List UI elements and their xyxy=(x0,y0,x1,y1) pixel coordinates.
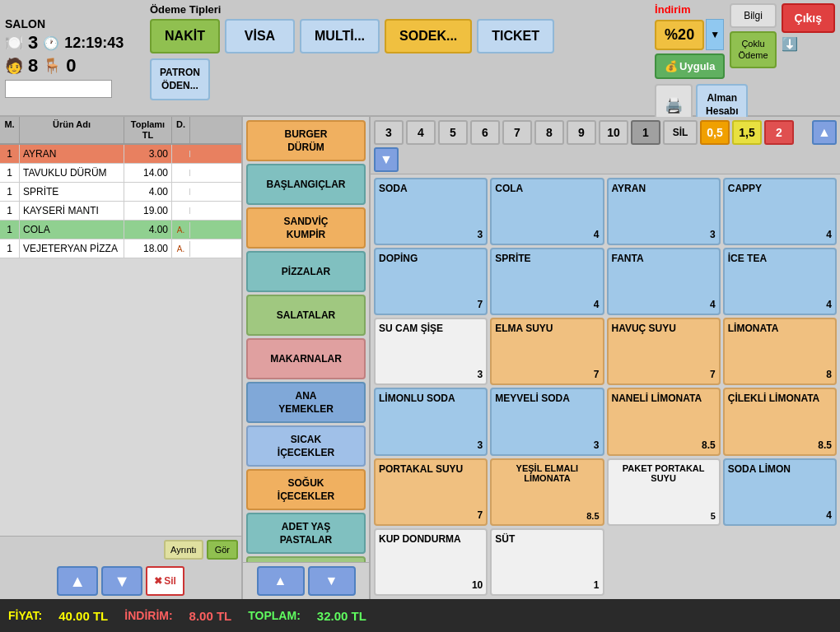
indirim-panel: İndirim %20 ▼ 💰Uygula Bilgi Çoklu Ödeme xyxy=(655,3,835,112)
ayrinti-button[interactable]: Ayrıntı xyxy=(164,540,203,560)
orders-list: 1 AYRAN 3.00 1 TAVUKLU DÜRÜM 14.00 1 SPR… xyxy=(0,145,241,536)
coklu-odeme-button[interactable]: Çoklu Ödeme xyxy=(730,31,776,68)
col-header-urun: Ürün Adı xyxy=(20,117,124,143)
ticket-button[interactable]: TICKET xyxy=(477,19,554,53)
num-8[interactable]: 8 xyxy=(534,120,564,145)
product-fanta[interactable]: FANTA4 xyxy=(607,248,721,315)
category-serbetli[interactable]: ŞERBETLİ TATLILAR xyxy=(246,556,366,562)
product-elma-suyu[interactable]: ELMA SUYU7 xyxy=(490,318,604,385)
product-doping[interactable]: DOPİNG7 xyxy=(374,248,488,315)
num-3[interactable]: 3 xyxy=(374,120,404,145)
time-display: 12:19:43 xyxy=(64,35,124,52)
num-05[interactable]: 0,5 xyxy=(700,120,730,145)
prod-nav-down[interactable]: ▼ xyxy=(374,147,399,172)
product-sprite[interactable]: SPRİTE4 xyxy=(490,248,604,315)
category-salatalar[interactable]: SALATALAR xyxy=(246,295,366,336)
product-havuc-suyu[interactable]: HAVUÇ SUYU7 xyxy=(607,318,721,385)
cikis-button[interactable]: Çıkış xyxy=(782,3,835,33)
num-5[interactable]: 5 xyxy=(438,120,468,145)
category-baslangiclar[interactable]: BAŞLANGIÇLAR xyxy=(246,164,366,205)
table-row[interactable]: 1 AYRAN 3.00 xyxy=(0,145,241,164)
product-soda[interactable]: SODA3 xyxy=(374,178,488,245)
category-sandvic[interactable]: SANDVİÇ KUMPİR xyxy=(246,207,366,249)
indirim-title: İndirim xyxy=(655,3,725,16)
products-panel: 3 4 5 6 7 8 9 10 1 SİL 0,5 1,5 2 ▲ ▼ xyxy=(371,117,840,599)
num-4[interactable]: 4 xyxy=(406,120,436,145)
product-paket-portakal[interactable]: PAKET PORTAKAL SUYU5 xyxy=(607,458,721,526)
num-1[interactable]: 1 xyxy=(631,120,660,145)
category-ana-yemekler[interactable]: ANA YEMEKLER xyxy=(246,382,366,423)
categories-panel: BURGER DÜRÜM BAŞLANGIÇLAR SANDVİÇ KUMPİR… xyxy=(243,117,371,599)
table-row[interactable]: 1 TAVUKLU DÜRÜM 14.00 xyxy=(0,164,241,183)
odeme-title: Ödeme Tipleri xyxy=(150,3,650,16)
product-cilekli-limonata[interactable]: ÇİLEKLİ LİMONATA8.5 xyxy=(723,388,837,455)
product-yesil-elmali[interactable]: YEŞİL ELMALI LİMONATA8.5 xyxy=(490,458,604,526)
product-limonata[interactable]: LİMONATA8 xyxy=(723,318,837,385)
sodek-button[interactable]: SODEK... xyxy=(385,19,472,53)
up-arrow-button[interactable]: ▲ xyxy=(57,566,98,596)
product-sut[interactable]: SÜT1 xyxy=(490,528,604,596)
table-number: 3 xyxy=(28,32,38,53)
table-row[interactable]: 1 COLA 4.00 A. xyxy=(0,221,241,239)
salon-dropdown[interactable] xyxy=(5,80,112,98)
odeme-panel: Ödeme Tipleri NAKİT VİSA MULTİ... SODEK.… xyxy=(150,3,650,112)
product-naneli-limonata[interactable]: NANELİ LİMONATA8.5 xyxy=(607,388,721,455)
chair-count: 0 xyxy=(66,55,76,77)
product-cola[interactable]: COLA4 xyxy=(490,178,604,245)
summary-bar: FİYAT: 40.00 TL İNDİRİM: 8.00 TL TOPLAM:… xyxy=(0,599,840,632)
cat-nav-down[interactable]: ▼ xyxy=(308,566,356,596)
nakit-button[interactable]: NAKİT xyxy=(150,19,220,53)
table-icon: 🍽️ xyxy=(5,34,23,52)
category-burger[interactable]: BURGER DÜRÜM xyxy=(246,120,366,161)
sil-button[interactable]: ✖ Sil xyxy=(146,566,184,596)
category-yas-pastalar[interactable]: ADET YAŞ PASTALAR xyxy=(246,513,366,554)
table-row[interactable]: 1 KAYSERİ MANTI 19.00 xyxy=(0,202,241,221)
table-row[interactable]: 1 SPRİTE 4.00 xyxy=(0,183,241,202)
num-6[interactable]: 6 xyxy=(470,120,500,145)
category-sicak-icecekler[interactable]: SICAK İÇECEKLER xyxy=(246,425,366,467)
product-portakal-suyu[interactable]: PORTAKAL SUYU7 xyxy=(374,458,488,526)
bilgi-button[interactable]: Bilgi xyxy=(730,3,776,28)
col-header-toplam: Toplamı TL xyxy=(124,117,172,143)
category-soguk-icecekler[interactable]: SOĞUK İÇECEKLER xyxy=(246,469,366,510)
product-meyveli-soda[interactable]: MEYVELİ SODA3 xyxy=(490,388,604,455)
product-ayran[interactable]: AYRAN3 xyxy=(607,178,721,245)
cat-nav-up[interactable]: ▲ xyxy=(257,566,305,596)
indirim-pct-button[interactable]: %20 xyxy=(655,20,704,50)
prod-nav-up[interactable]: ▲ xyxy=(812,120,837,145)
table-row[interactable]: 1 VEJETERYAN PİZZA 18.00 A. xyxy=(0,239,241,258)
num-10[interactable]: 10 xyxy=(599,120,628,145)
num-sil[interactable]: SİL xyxy=(663,120,698,145)
down-arrow-button[interactable]: ▼ xyxy=(101,566,142,596)
patron-button[interactable]: PATRON ÖDEN... xyxy=(150,58,210,100)
uygula-button[interactable]: 💰Uygula xyxy=(655,53,725,79)
fiyat-value: 40.00 TL xyxy=(58,609,108,623)
col-header-m: M. xyxy=(0,117,20,143)
clock-icon: 🕐 xyxy=(43,35,59,51)
product-cappy[interactable]: CAPPY4 xyxy=(723,178,837,245)
num-15[interactable]: 1,5 xyxy=(732,120,762,145)
salon-title: SALON xyxy=(5,17,45,30)
product-kup-dondurma[interactable]: KUP DONDURMA10 xyxy=(374,528,488,596)
product-limonlu-soda[interactable]: LİMONLU SODA3 xyxy=(374,388,488,455)
num-7[interactable]: 7 xyxy=(502,120,532,145)
product-su-cam[interactable]: SU CAM ŞİŞE3 xyxy=(374,318,488,385)
salon-panel: SALON 🍽️ 3 🕐 12:19:43 🧑 8 🪑 0 xyxy=(5,3,145,112)
col-header-d: D. xyxy=(172,117,190,143)
fiyat-label: FİYAT: xyxy=(8,609,42,622)
category-makarnalar[interactable]: MAKARNALAR xyxy=(246,338,366,379)
person-icon: 🧑 xyxy=(5,57,23,75)
col-header-arrow xyxy=(190,117,241,143)
category-pizzalar[interactable]: PİZZALAR xyxy=(246,251,366,292)
gor-button[interactable]: Gör xyxy=(207,540,238,560)
multi-button[interactable]: MULTİ... xyxy=(300,19,380,53)
num-2[interactable]: 2 xyxy=(764,120,794,145)
order-table-panel: M. Ürün Adı Toplamı TL D. 1 AYRAN 3.00 1… xyxy=(0,117,243,599)
num-9[interactable]: 9 xyxy=(567,120,596,145)
product-soda-limon[interactable]: SODA LİMON4 xyxy=(723,458,837,526)
product-ice-tea[interactable]: İCE TEA4 xyxy=(723,248,837,315)
person-number: 8 xyxy=(28,55,38,77)
visa-button[interactable]: VİSA xyxy=(225,19,295,53)
indirim-dropdown-button[interactable]: ▼ xyxy=(706,19,724,50)
chair-icon: 🪑 xyxy=(43,57,61,75)
